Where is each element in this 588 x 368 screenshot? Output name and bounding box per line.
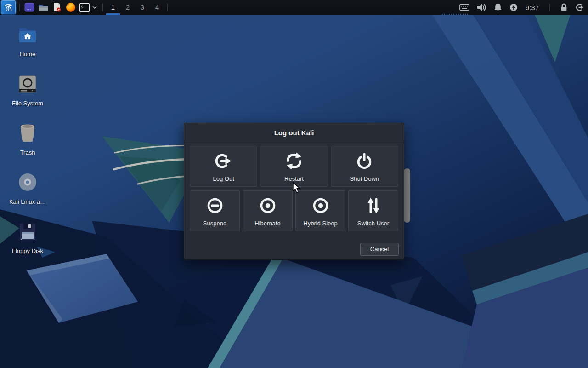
dialog-actions-row-2: Suspend Hibernate Hybrid Sleep Switch	[190, 190, 398, 231]
workspace-button-1[interactable]: 1	[106, 0, 120, 15]
top-panel: $_ 1 2 3 4	[0, 0, 588, 15]
trash-icon	[19, 123, 36, 143]
floppy-icon	[19, 223, 36, 241]
panel-right-group: 9:37	[459, 0, 584, 15]
keyboard-indicator-button[interactable]	[459, 0, 469, 15]
window-icon	[24, 3, 34, 12]
cancel-button[interactable]: Cancel	[360, 243, 399, 256]
power-manager-button[interactable]	[509, 0, 518, 15]
suspend-button[interactable]: Suspend	[190, 190, 240, 231]
panel-separator	[167, 3, 168, 12]
panel-separator	[102, 3, 103, 12]
action-label: Suspend	[190, 220, 239, 227]
launcher-text-editor-button[interactable]	[50, 0, 64, 14]
restart-button[interactable]: Restart	[260, 146, 328, 187]
power-bolt-icon	[509, 3, 518, 12]
workspace-button-2[interactable]: 2	[120, 0, 135, 15]
action-label: Hybrid Sleep	[296, 220, 345, 227]
launcher-firefox-button[interactable]	[64, 0, 78, 14]
notifications-button[interactable]	[493, 0, 503, 15]
action-label: Shut Down	[331, 175, 398, 182]
desktop-icon-label: Kali Linux a…	[3, 198, 52, 205]
hibernate-button[interactable]: Hibernate	[243, 190, 293, 231]
keyboard-icon	[459, 4, 469, 11]
panel-graph-dots	[442, 14, 469, 15]
logout-icon	[575, 3, 584, 12]
log-out-icon	[214, 151, 234, 171]
dialog-actions-row-1: Log Out Restart Shut Down	[190, 146, 398, 187]
lock-screen-button[interactable]	[560, 0, 568, 15]
panel-separator	[19, 3, 20, 12]
panel-left-group: $_ 1 2 3 4	[0, 0, 170, 15]
volume-button[interactable]	[476, 0, 486, 15]
switch-user-icon	[363, 196, 384, 216]
logout-button[interactable]	[575, 0, 584, 15]
desktop-icon-floppy[interactable]: Floppy Disk	[3, 221, 52, 254]
document-icon	[52, 2, 62, 12]
desktop-icon-kali-cd[interactable]: Kali Linux a…	[3, 172, 52, 205]
switch-user-button[interactable]: Switch User	[348, 190, 398, 231]
panel-separator	[549, 3, 550, 12]
background-window-scrollbar[interactable]	[404, 168, 410, 223]
volume-icon	[476, 3, 486, 12]
lock-icon	[560, 3, 568, 12]
restart-icon	[284, 151, 304, 171]
cd-icon	[18, 172, 37, 192]
action-label: Restart	[260, 175, 327, 182]
desktop-icon-file-system[interactable]: File System	[3, 73, 52, 107]
drive-icon	[18, 75, 37, 93]
firefox-icon	[66, 2, 76, 12]
hybrid-sleep-button[interactable]: Hybrid Sleep	[295, 190, 345, 231]
action-label: Hibernate	[243, 220, 292, 227]
action-label: Log Out	[190, 175, 257, 182]
chevron-down-icon	[92, 6, 97, 9]
shut-down-icon	[354, 151, 374, 171]
folder-icon	[38, 3, 49, 12]
desktop-icon-label: Trash	[3, 149, 52, 156]
hybrid-sleep-icon	[311, 196, 331, 216]
log-out-button[interactable]: Log Out	[190, 146, 257, 187]
launcher-window-button[interactable]	[23, 0, 36, 14]
workspace-button-4[interactable]: 4	[150, 0, 164, 15]
hibernate-icon	[258, 196, 278, 216]
clock[interactable]: 9:37	[525, 4, 540, 12]
action-label: Switch User	[349, 220, 398, 227]
terminal-dropdown-button[interactable]	[92, 6, 97, 9]
launcher-file-manager-button[interactable]	[36, 0, 50, 14]
mouse-cursor	[293, 182, 302, 194]
desktop-icon-home[interactable]: Home	[3, 24, 52, 58]
workspace-button-3[interactable]: 3	[135, 0, 150, 15]
desktop-icon-label: File System	[3, 100, 52, 107]
desktop-icon-label: Home	[3, 51, 52, 58]
shut-down-button[interactable]: Shut Down	[331, 146, 398, 187]
kali-menu-button[interactable]	[1, 0, 16, 14]
kali-logo-icon	[2, 1, 14, 13]
launcher-terminal-button[interactable]: $_	[78, 0, 91, 14]
desktop-icon-trash[interactable]: Trash	[3, 122, 52, 156]
desktop-icon-label: Floppy Disk	[3, 247, 52, 254]
suspend-icon	[205, 196, 225, 216]
dialog-title: Log out Kali	[184, 123, 404, 143]
bell-icon	[493, 3, 503, 12]
terminal-icon: $_	[79, 3, 90, 12]
home-folder-icon	[18, 26, 37, 44]
